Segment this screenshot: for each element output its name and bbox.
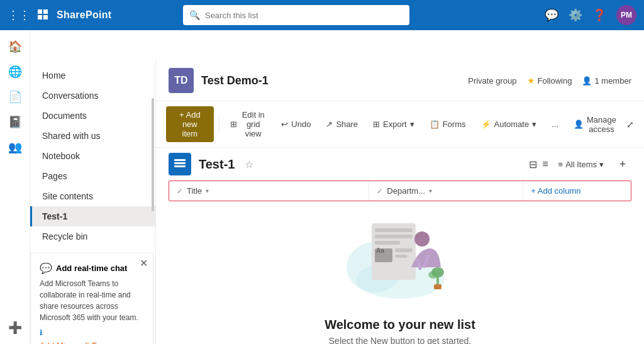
sidebar-item-test1[interactable]: Test-1: [30, 206, 155, 226]
help-icon[interactable]: ❓: [592, 8, 606, 22]
add-new-button[interactable]: + Add new item: [166, 106, 214, 142]
welcome-subtitle: Select the New button to get started.: [329, 336, 471, 344]
edit-grid-button[interactable]: ⊞ Edit in grid view: [224, 107, 272, 141]
list-name: Test-1: [199, 157, 235, 172]
list-icon: [169, 153, 191, 175]
svg-rect-14: [395, 248, 413, 252]
department-column-header[interactable]: ✓ Departm... ▾: [369, 181, 523, 201]
welcome-area: Aa Welcome to your new list Select the N…: [156, 201, 644, 344]
sidebar-item-conversations[interactable]: Conversations: [30, 86, 155, 106]
automate-chevron-icon: ▾: [532, 119, 536, 129]
title-column-header[interactable]: ✓ Title ▾: [169, 181, 369, 201]
manage-access-button[interactable]: 👤 Manage access: [567, 112, 623, 137]
site-logo: TD: [169, 68, 194, 93]
view-icon: ≡: [558, 160, 564, 169]
sidebar-item-site-contents[interactable]: Site contents: [30, 186, 155, 206]
welcome-title: Welcome to your new list: [325, 318, 475, 332]
settings-icon[interactable]: ⚙️: [569, 8, 582, 22]
sidebar-item-recycle[interactable]: Recycle bin: [30, 226, 155, 247]
chevron-down-icon: ▾: [599, 160, 604, 169]
sidebar-item-documents[interactable]: Documents: [30, 106, 155, 126]
svg-rect-15: [395, 255, 408, 258]
grid-icon[interactable]: ⋮⋮: [8, 8, 30, 22]
svg-rect-12: [375, 241, 400, 245]
svg-rect-22: [434, 284, 441, 289]
add-teams-link[interactable]: Add Microsoft Teams: [40, 341, 144, 344]
list-view-right: ⊟ ≡ ≡ All Items ▾ +: [529, 155, 631, 173]
forms-icon: 📋: [430, 119, 440, 129]
teams-popup-close[interactable]: ✕: [140, 257, 148, 269]
rail-people-icon[interactable]: 👥: [4, 136, 26, 158]
dept-col-icon: ✓: [377, 187, 383, 196]
expand-icon[interactable]: ⤢: [626, 119, 634, 130]
share-icon: ↗: [326, 119, 333, 129]
topbar: ⋮⋮ SharePoint 🔍 💬 ⚙️ ❓ PM: [0, 0, 644, 30]
person-icon: 👤: [582, 76, 592, 86]
following-button[interactable]: ★ Following: [527, 75, 572, 86]
toolbar-separator: [219, 117, 219, 132]
automate-icon: ⚡: [481, 119, 491, 129]
rail-add-icon[interactable]: ➕: [4, 316, 26, 339]
svg-text:Aa: Aa: [376, 247, 384, 254]
search-bar[interactable]: 🔍: [183, 5, 409, 25]
site-title-area: TD Test Demo-1: [169, 68, 269, 93]
teams-popup-info-icon[interactable]: ℹ: [40, 328, 43, 337]
search-icon: 🔍: [189, 10, 200, 20]
toolbar: + Add new item ⊞ Edit in grid view ↩ Und…: [156, 101, 644, 148]
sidebar-scrollbar[interactable]: [152, 98, 154, 211]
site-header: TD Test Demo-1 Private group ★ Following…: [156, 60, 644, 101]
brand-name: SharePoint: [57, 9, 111, 21]
forms-button[interactable]: 📋 Forms: [423, 116, 472, 132]
person-icon: 👤: [574, 119, 584, 129]
export-icon: ⊞: [373, 119, 380, 129]
sidebar-item-home[interactable]: Home: [30, 65, 155, 86]
svg-rect-11: [375, 235, 413, 238]
svg-rect-5: [174, 162, 186, 164]
avatar[interactable]: PM: [616, 5, 636, 25]
rail-home-icon[interactable]: 🏠: [4, 35, 26, 58]
left-rail: 🏠 🌐 📄 📓 👥 ➕: [0, 30, 30, 344]
teams-popup: ✕ 💬 Add real-time chat Add Microsoft Tea…: [30, 253, 153, 344]
svg-point-16: [414, 231, 430, 247]
sidebar: Home Conversations Documents Shared with…: [30, 60, 156, 344]
all-items-button[interactable]: ≡ All Items ▾: [553, 157, 609, 172]
export-button[interactable]: ⊞ Export ▾: [367, 116, 421, 132]
svg-rect-6: [174, 165, 186, 167]
svg-rect-10: [375, 228, 413, 232]
list-view-header: Test-1 ☆ ⊟ ≡ ≡ All Items ▾ +: [156, 148, 644, 180]
rail-notebook-icon[interactable]: 📓: [4, 111, 26, 133]
rail-globe-icon[interactable]: 🌐: [4, 60, 26, 83]
sidebar-item-pages[interactable]: Pages: [30, 166, 155, 186]
filter-icon[interactable]: ⊟: [529, 158, 537, 170]
title-col-icon: ✓: [177, 187, 183, 196]
sidebar-item-notebook[interactable]: Notebook: [30, 146, 155, 166]
star-icon: ★: [527, 75, 535, 86]
svg-rect-1: [43, 9, 48, 14]
svg-rect-0: [38, 9, 42, 14]
undo-button[interactable]: ↩ Undo: [275, 116, 317, 132]
topbar-actions: 💬 ⚙️ ❓ PM: [545, 5, 636, 25]
automate-button[interactable]: ⚡ Automate ▾: [475, 116, 543, 132]
table-header: ✓ Title ▾ ✓ Departm... ▾ + Add column: [169, 180, 631, 201]
add-column-header[interactable]: + Add column: [523, 181, 631, 201]
dept-col-chevron: ▾: [429, 187, 432, 194]
apps-icon[interactable]: [38, 9, 49, 21]
chat-icon[interactable]: 💬: [545, 8, 558, 22]
rail-document-icon[interactable]: 📄: [4, 86, 26, 108]
list-favorite-icon[interactable]: ☆: [245, 158, 253, 170]
grid-edit-icon: ⊞: [230, 119, 237, 129]
svg-rect-2: [38, 15, 42, 19]
content-area: TD Test Demo-1 Private group ★ Following…: [156, 60, 644, 344]
svg-point-21: [428, 271, 438, 279]
group-icon[interactable]: ≡: [542, 158, 548, 170]
export-chevron-icon: ▾: [410, 119, 414, 129]
more-button[interactable]: ...: [545, 116, 565, 132]
search-input[interactable]: [205, 11, 403, 20]
site-name: Test Demo-1: [201, 74, 269, 87]
add-view-button[interactable]: +: [614, 155, 631, 173]
undo-icon: ↩: [281, 119, 288, 129]
sidebar-item-shared[interactable]: Shared with us: [30, 126, 155, 146]
svg-rect-4: [174, 159, 186, 161]
toolbar-right: 👤 Manage access ⤢: [567, 112, 634, 137]
share-button[interactable]: ↗ Share: [319, 116, 364, 132]
